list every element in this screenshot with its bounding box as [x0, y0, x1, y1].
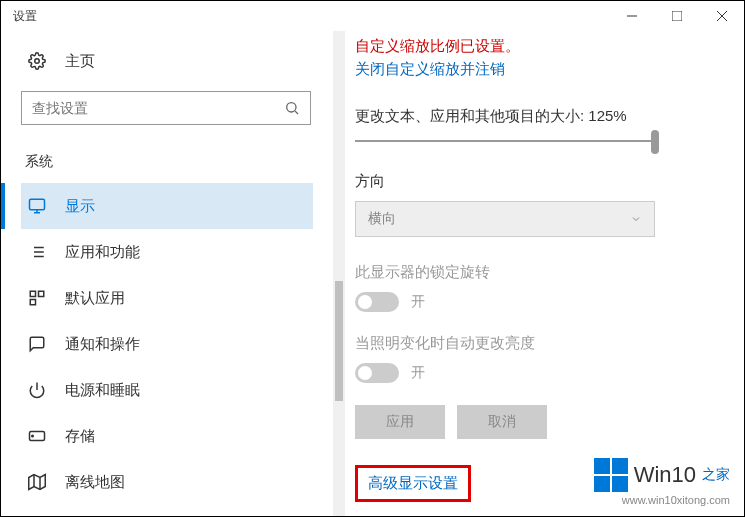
svg-rect-17 [39, 291, 44, 296]
svg-line-6 [295, 111, 298, 114]
power-icon [27, 380, 47, 400]
sidebar-item-display[interactable]: 显示 [21, 183, 313, 229]
watermark-brand: Win10 [634, 462, 696, 488]
slider-thumb[interactable] [651, 130, 659, 154]
sidebar-item-apps[interactable]: 应用和功能 [21, 229, 313, 275]
orientation-label: 方向 [355, 172, 714, 191]
home-label: 主页 [65, 52, 95, 71]
sidebar-item-label: 存储 [65, 427, 95, 446]
minimize-button[interactable] [609, 1, 654, 31]
search-input[interactable] [21, 91, 311, 125]
svg-rect-16 [30, 291, 35, 296]
orientation-dropdown[interactable]: 横向 [355, 201, 655, 237]
sidebar-item-power[interactable]: 电源和睡眠 [21, 367, 313, 413]
watermark-suffix: 之家 [702, 466, 730, 484]
advanced-link-text: 高级显示设置 [368, 474, 458, 491]
brightness-label: 当照明变化时自动更改亮度 [355, 334, 714, 353]
sidebar-item-label: 应用和功能 [65, 243, 140, 262]
sidebar-item-label: 电源和睡眠 [65, 381, 140, 400]
svg-point-5 [287, 103, 296, 112]
svg-rect-1 [672, 11, 682, 21]
watermark: Win10 之家 www.win10xitong.com [594, 458, 730, 506]
search-field[interactable] [32, 100, 284, 116]
sidebar-item-label: 通知和操作 [65, 335, 140, 354]
message-icon [27, 334, 47, 354]
list-icon [27, 242, 47, 262]
sidebar-item-default-apps[interactable]: 默认应用 [21, 275, 313, 321]
map-icon [27, 472, 47, 492]
toggle-state: 开 [411, 293, 425, 311]
svg-rect-7 [30, 199, 45, 210]
search-icon [284, 100, 300, 116]
window-title: 设置 [13, 8, 37, 25]
storage-icon [27, 426, 47, 446]
signout-link[interactable]: 关闭自定义缩放并注销 [355, 60, 714, 79]
sidebar: 主页 系统 显示 应用和功能 默认应用 [1, 31, 333, 516]
close-button[interactable] [699, 1, 744, 31]
lock-rotation-toggle[interactable] [355, 292, 399, 312]
toggle-state: 开 [411, 364, 425, 382]
svg-point-21 [32, 435, 34, 437]
sidebar-item-notifications[interactable]: 通知和操作 [21, 321, 313, 367]
watermark-url: www.win10xitong.com [594, 494, 730, 506]
sidebar-item-label: 显示 [65, 197, 95, 216]
cancel-button[interactable]: 取消 [457, 405, 547, 439]
grid-icon [27, 288, 47, 308]
windows-logo-icon [594, 458, 628, 492]
sidebar-item-maps[interactable]: 离线地图 [21, 459, 313, 505]
chevron-down-icon [630, 213, 642, 225]
dropdown-value: 横向 [368, 210, 396, 228]
scrollbar[interactable] [333, 31, 345, 516]
sidebar-item-label: 离线地图 [65, 473, 125, 492]
apply-button[interactable]: 应用 [355, 405, 445, 439]
custom-scale-warning: 自定义缩放比例已设置。 [355, 37, 714, 56]
main-panel: 自定义缩放比例已设置。 关闭自定义缩放并注销 更改文本、应用和其他项目的大小: … [333, 31, 744, 516]
gear-icon [27, 51, 47, 71]
svg-marker-22 [29, 475, 46, 490]
scrollbar-thumb[interactable] [335, 281, 343, 401]
monitor-icon [27, 196, 47, 216]
scale-slider[interactable] [355, 140, 655, 142]
brightness-toggle[interactable] [355, 363, 399, 383]
svg-point-4 [35, 59, 40, 64]
sidebar-item-label: 默认应用 [65, 289, 125, 308]
section-title: 系统 [21, 153, 333, 171]
scale-label: 更改文本、应用和其他项目的大小: 125% [355, 107, 714, 126]
sidebar-item-storage[interactable]: 存储 [21, 413, 313, 459]
home-nav[interactable]: 主页 [21, 51, 333, 71]
lock-rotation-label: 此显示器的锁定旋转 [355, 263, 714, 282]
advanced-display-link[interactable]: 高级显示设置 [355, 465, 471, 502]
svg-rect-18 [30, 300, 35, 305]
maximize-button[interactable] [654, 1, 699, 31]
